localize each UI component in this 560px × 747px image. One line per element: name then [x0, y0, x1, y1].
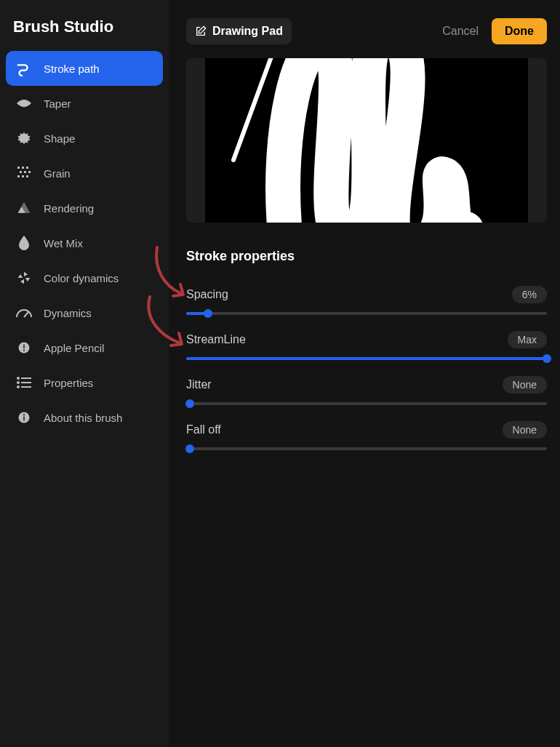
properties-icon: [16, 375, 32, 391]
sidebar-item-label: Dynamics: [44, 307, 92, 319]
svg-rect-7: [22, 175, 24, 177]
sidebar-item-label: Wet Mix: [44, 237, 83, 249]
slider-jitter: Jitter None: [186, 376, 547, 405]
section-title: Stroke properties: [186, 249, 547, 264]
cancel-button[interactable]: Cancel: [442, 25, 479, 38]
svg-point-17: [17, 382, 19, 383]
sidebar-item-label: About this brush: [44, 412, 122, 424]
svg-rect-8: [26, 175, 28, 177]
svg-point-18: [17, 386, 19, 388]
sidebar-item-label: Properties: [44, 377, 93, 389]
slider-track[interactable]: [186, 447, 547, 450]
slider-label: Fall off: [186, 423, 221, 436]
drawing-pad-label: Drawing Pad: [212, 25, 283, 38]
slider-falloff: Fall off None: [186, 421, 547, 450]
sidebar-item-stroke-path[interactable]: Stroke path: [6, 51, 163, 86]
sidebar-item-label: Rendering: [44, 202, 94, 215]
svg-line-9: [24, 312, 28, 317]
sidebar-item-wet-mix[interactable]: Wet Mix: [6, 225, 163, 260]
sidebar-item-label: Apple Pencil: [44, 342, 104, 354]
rendering-icon: [16, 200, 32, 216]
sidebar-item-label: Grain: [44, 167, 71, 180]
apple-pencil-icon: [16, 340, 32, 356]
svg-rect-6: [17, 175, 20, 177]
grain-icon: [16, 165, 32, 181]
sidebar-item-color-dynamics[interactable]: Color dynamics: [6, 260, 163, 295]
slider-label: Jitter: [186, 378, 212, 391]
slider-value: 6%: [512, 286, 547, 303]
sidebar-item-apple-pencil[interactable]: Apple Pencil: [6, 330, 163, 365]
sidebar-item-grain[interactable]: Grain: [6, 156, 163, 191]
wet-mix-icon: [16, 235, 32, 251]
slider-label: StreamLine: [186, 333, 246, 346]
main-panel: Drawing Pad Cancel Done Stroke propertie…: [169, 0, 560, 747]
svg-rect-21: [23, 417, 25, 421]
svg-rect-4: [24, 171, 26, 173]
shape-icon: [16, 130, 32, 146]
sidebar-item-dynamics[interactable]: Dynamics: [6, 295, 163, 330]
slider-value: Max: [508, 331, 547, 348]
svg-rect-11: [23, 345, 25, 349]
drawing-pad-button[interactable]: Drawing Pad: [186, 18, 292, 44]
slider-thumb[interactable]: [543, 354, 551, 363]
sidebar-item-label: Shape: [44, 132, 75, 145]
svg-point-12: [23, 350, 25, 351]
sidebar-item-label: Stroke path: [44, 63, 100, 75]
sidebar-item-taper[interactable]: Taper: [6, 86, 163, 121]
slider-spacing: Spacing 6%: [186, 286, 547, 315]
topbar: Drawing Pad Cancel Done: [186, 12, 547, 51]
sidebar-item-properties[interactable]: Properties: [6, 365, 163, 400]
color-dynamics-icon: [16, 270, 32, 286]
done-button[interactable]: Done: [492, 18, 547, 44]
svg-rect-2: [26, 167, 28, 169]
about-icon: [16, 410, 32, 426]
sidebar-item-about[interactable]: About this brush: [6, 400, 163, 435]
slider-thumb[interactable]: [185, 399, 194, 408]
slider-thumb[interactable]: [185, 444, 194, 453]
svg-point-16: [17, 378, 19, 379]
sliders-area: Spacing 6% StreamLine Max Jitter None: [186, 270, 547, 450]
app-title: Brush Studio: [6, 17, 163, 51]
dynamics-icon: [16, 305, 32, 321]
taper-icon: [16, 95, 32, 111]
stroke-path-icon: [16, 60, 32, 76]
brush-preview-canvas[interactable]: [186, 58, 547, 223]
svg-rect-3: [20, 171, 22, 173]
svg-rect-0: [17, 167, 20, 169]
sidebar-item-shape[interactable]: Shape: [6, 121, 163, 156]
sidebar-item-rendering[interactable]: Rendering: [6, 191, 163, 225]
slider-label: Spacing: [186, 288, 228, 301]
svg-rect-5: [28, 171, 31, 173]
slider-value: None: [503, 421, 547, 439]
slider-value: None: [503, 376, 547, 394]
svg-point-20: [23, 414, 25, 415]
slider-track[interactable]: [186, 402, 547, 405]
svg-rect-1: [22, 167, 24, 169]
slider-track[interactable]: [186, 312, 547, 315]
slider-thumb[interactable]: [204, 309, 212, 318]
slider-track[interactable]: [186, 357, 547, 360]
sidebar-item-label: Color dynamics: [44, 272, 119, 284]
sidebar-item-label: Taper: [44, 97, 71, 110]
edit-icon: [195, 25, 207, 37]
slider-streamline: StreamLine Max: [186, 331, 547, 360]
sidebar: Brush Studio Stroke path Taper Shape Gra…: [0, 0, 169, 747]
